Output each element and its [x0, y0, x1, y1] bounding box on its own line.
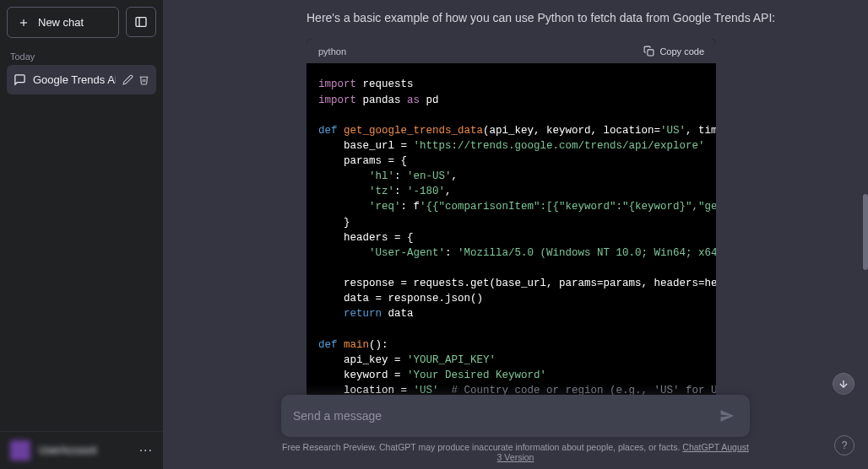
chat-item[interactable]: Google Trends API Gui	[7, 65, 156, 94]
sidebar-bottom[interactable]: UserAccount ···	[0, 431, 163, 469]
svg-rect-2	[136, 18, 146, 27]
help-button[interactable]: ?	[834, 435, 854, 456]
svg-rect-4	[648, 50, 654, 56]
delete-icon[interactable]	[138, 74, 149, 85]
code-body[interactable]: import requests import pandas as pd def …	[307, 63, 716, 427]
clipboard-icon	[643, 46, 654, 57]
send-button[interactable]	[716, 405, 738, 427]
plus-icon	[18, 17, 30, 29]
chat-item-actions	[122, 74, 149, 85]
panel-icon	[134, 15, 148, 29]
sidebar: New chat Today Google Trends API Gui	[0, 0, 163, 469]
send-icon	[719, 408, 735, 423]
footer-text: Free Research Preview. ChatGPT may produ…	[281, 437, 750, 462]
message-input[interactable]	[293, 409, 716, 423]
input-bar	[281, 395, 750, 437]
avatar	[10, 440, 30, 461]
chat-icon	[14, 73, 26, 86]
scrollbar-thumb[interactable]	[863, 194, 868, 270]
footer-pre: Free Research Preview. ChatGPT may produ…	[282, 442, 682, 452]
sidebar-section-label: Today	[0, 45, 163, 65]
username: UserAccount	[39, 445, 131, 456]
page-scrollbar[interactable]	[863, 0, 868, 469]
code-block: python Copy code import requests import …	[307, 39, 716, 427]
code-lang: python	[318, 46, 346, 57]
chat-list: Google Trends API Gui	[0, 65, 163, 94]
question-icon: ?	[842, 439, 848, 451]
message-intro: Here's a basic example of how you can us…	[307, 8, 868, 27]
code-header: python Copy code	[307, 39, 716, 63]
main: Here's a basic example of how you can us…	[163, 0, 868, 469]
new-chat-button[interactable]: New chat	[7, 7, 119, 38]
chat-item-title: Google Trends API Gui	[33, 73, 116, 86]
input-bar-wrap: Free Research Preview. ChatGPT may produ…	[163, 385, 868, 469]
copy-code-label: Copy code	[659, 46, 704, 57]
edit-icon[interactable]	[122, 74, 133, 85]
more-icon[interactable]: ···	[139, 443, 153, 458]
copy-code-button[interactable]: Copy code	[643, 46, 704, 57]
sidebar-toggle-button[interactable]	[126, 7, 156, 37]
sidebar-top: New chat	[0, 0, 163, 45]
new-chat-label: New chat	[38, 16, 84, 29]
